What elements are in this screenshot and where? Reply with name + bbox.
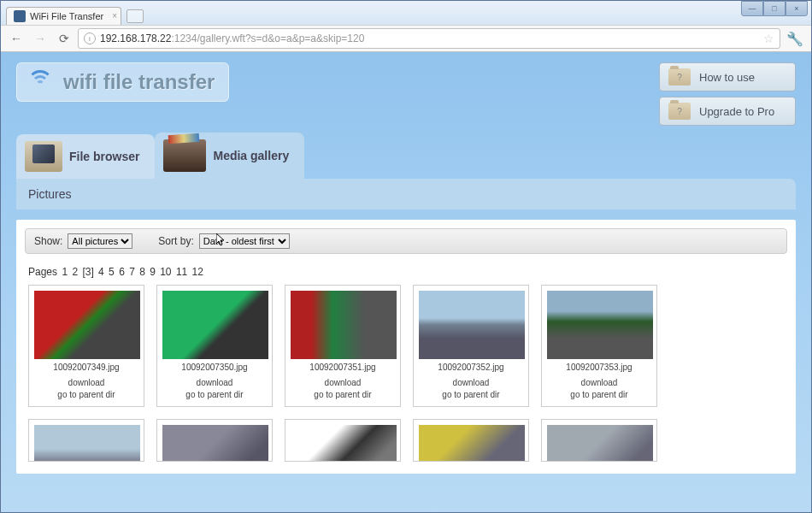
- minimize-button[interactable]: —: [741, 1, 763, 16]
- forward-button[interactable]: →: [30, 28, 50, 49]
- howto-label: How to use: [699, 71, 755, 84]
- thumb-card: [28, 419, 144, 462]
- thumbnail-image[interactable]: [547, 425, 653, 462]
- thumb-filename: 10092007352.jpg: [419, 363, 523, 372]
- close-button[interactable]: ×: [786, 1, 808, 16]
- parent-dir-link[interactable]: go to parent dir: [547, 389, 651, 401]
- new-tab-button[interactable]: [127, 9, 144, 23]
- file-browser-icon: [25, 141, 62, 172]
- page-link[interactable]: 10: [157, 266, 172, 278]
- page-link[interactable]: 7: [127, 266, 135, 278]
- wrench-menu-icon[interactable]: 🔧: [784, 28, 806, 49]
- thumbnail-image[interactable]: [291, 291, 397, 359]
- page-link[interactable]: 12: [189, 266, 203, 278]
- globe-icon: i: [84, 32, 96, 44]
- media-gallery-icon: [163, 139, 206, 172]
- page-link[interactable]: 5: [106, 266, 115, 278]
- thumb-filename: 10092007349.jpg: [34, 363, 138, 372]
- tab-media-gallery[interactable]: Media gallery: [155, 133, 304, 179]
- page-link[interactable]: 1: [62, 266, 68, 278]
- parent-dir-link[interactable]: go to parent dir: [162, 389, 267, 401]
- thumb-filename: 10092007350.jpg: [162, 363, 267, 372]
- gallery-panel: Show: All pictures Sort by: Date - oldes…: [16, 220, 796, 474]
- tab-close-icon[interactable]: ×: [112, 11, 117, 21]
- browser-window: WiFi File Transfer × — □ × ← → ⟳ i 192.1…: [0, 0, 812, 513]
- breadcrumb: Pictures: [16, 179, 796, 209]
- upgrade-button[interactable]: ? Upgrade to Pro: [659, 97, 796, 126]
- titlebar: WiFi File Transfer × — □ ×: [1, 1, 811, 25]
- thumbnail-image[interactable]: [419, 291, 525, 359]
- thumbnail-image[interactable]: [34, 425, 140, 462]
- thumb-card: [156, 419, 273, 462]
- thumbnail-image[interactable]: [162, 291, 268, 359]
- browser-toolbar: ← → ⟳ i 192.168.178.22:1234/gallery.wft?…: [1, 25, 811, 52]
- page-link: [3]: [79, 266, 94, 278]
- page-link[interactable]: 6: [116, 266, 125, 278]
- tab-file-browser[interactable]: File browser: [16, 134, 155, 179]
- thumb-card: [541, 419, 657, 462]
- thumb-card: [413, 419, 529, 462]
- main-tabs: File browser Media gallery: [16, 133, 796, 179]
- address-bar[interactable]: i 192.168.178.22:1234/gallery.wft?s=d&o=…: [78, 28, 780, 49]
- bookmark-star-icon[interactable]: ☆: [763, 32, 774, 45]
- maximize-button[interactable]: □: [763, 1, 786, 16]
- upgrade-label: Upgrade to Pro: [699, 105, 774, 118]
- thumb-card: 10092007350.jpgdownloadgo to parent dir: [156, 285, 273, 407]
- thumb-filename: 10092007353.jpg: [547, 363, 651, 372]
- download-link[interactable]: download: [34, 377, 138, 389]
- folder-icon: ?: [668, 68, 691, 86]
- reload-button[interactable]: ⟳: [54, 28, 74, 49]
- download-link[interactable]: download: [291, 377, 395, 389]
- tab-label: File browser: [69, 150, 139, 163]
- parent-dir-link[interactable]: go to parent dir: [291, 389, 395, 401]
- page-link[interactable]: 11: [174, 266, 188, 278]
- tab-title: WiFi File Transfer: [30, 11, 103, 21]
- thumb-grid: 10092007349.jpgdownloadgo to parent dir1…: [16, 285, 796, 474]
- parent-dir-link[interactable]: go to parent dir: [419, 389, 523, 401]
- browser-tab[interactable]: WiFi File Transfer ×: [6, 7, 121, 25]
- header-row: wifi file transfer ? How to use ? Upgrad…: [16, 62, 796, 126]
- folder-icon: ?: [668, 103, 691, 120]
- favicon-icon: [14, 10, 26, 22]
- thumbnail-image[interactable]: [547, 291, 653, 359]
- page-link[interactable]: 4: [96, 266, 104, 278]
- pages-label: Pages: [28, 266, 57, 278]
- show-label: Show:: [34, 235, 62, 247]
- path-text: Pictures: [28, 187, 72, 201]
- thumb-card: 10092007351.jpgdownloadgo to parent dir: [285, 285, 401, 407]
- download-link[interactable]: download: [162, 377, 267, 389]
- thumb-card: 10092007349.jpgdownloadgo to parent dir: [28, 285, 144, 407]
- thumb-card: [285, 419, 401, 462]
- parent-dir-link[interactable]: go to parent dir: [34, 389, 138, 401]
- show-select[interactable]: All pictures: [68, 233, 132, 249]
- url-text: 192.168.178.22:1234/gallery.wft?s=d&o=a&…: [100, 32, 364, 44]
- filter-bar: Show: All pictures Sort by: Date - oldes…: [25, 228, 787, 254]
- thumbnail-image[interactable]: [291, 425, 397, 462]
- app-logo: wifi file transfer: [16, 62, 229, 102]
- howto-button[interactable]: ? How to use: [659, 62, 796, 91]
- thumb-card: 10092007352.jpgdownloadgo to parent dir: [413, 285, 529, 407]
- pagination: Pages 1 2 [3] 4 5 6 7 8 9 10 11 12: [16, 262, 796, 285]
- page-link[interactable]: 2: [69, 266, 78, 278]
- page-content: wifi file transfer ? How to use ? Upgrad…: [1, 52, 811, 512]
- thumb-card: 10092007353.jpgdownloadgo to parent dir: [541, 285, 657, 407]
- wifi-icon: [26, 70, 55, 94]
- page-link[interactable]: 9: [147, 266, 156, 278]
- sort-select[interactable]: Date - oldest first: [199, 233, 290, 249]
- thumb-filename: 10092007351.jpg: [291, 363, 395, 372]
- back-button[interactable]: ←: [6, 28, 26, 49]
- side-buttons: ? How to use ? Upgrade to Pro: [659, 62, 796, 126]
- download-link[interactable]: download: [419, 377, 523, 389]
- tab-label: Media gallery: [213, 149, 289, 162]
- thumbnail-image[interactable]: [419, 425, 525, 462]
- sort-label: Sort by:: [158, 235, 193, 247]
- thumbnail-image[interactable]: [162, 425, 268, 462]
- logo-text: wifi file transfer: [63, 70, 215, 94]
- page-link[interactable]: 8: [137, 266, 145, 278]
- thumbnail-image[interactable]: [34, 291, 140, 359]
- window-controls: — □ ×: [741, 1, 808, 16]
- download-link[interactable]: download: [547, 377, 651, 389]
